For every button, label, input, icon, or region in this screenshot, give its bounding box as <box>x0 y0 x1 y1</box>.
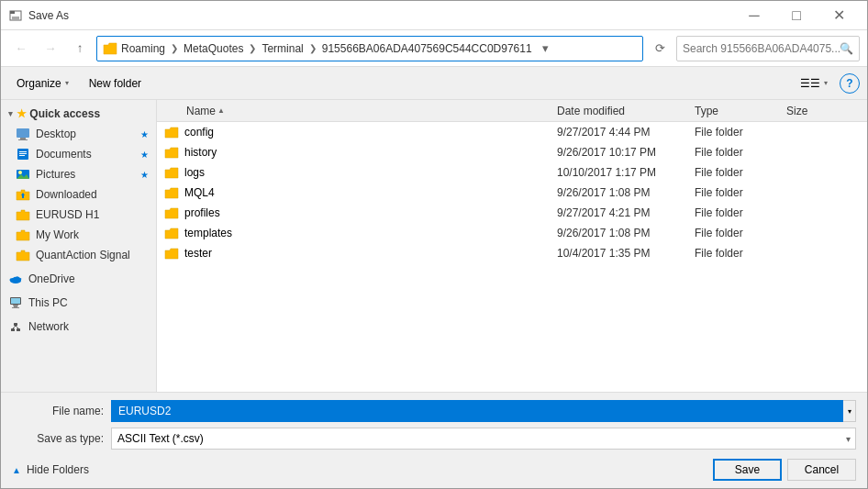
minimize-button[interactable]: ─ <box>733 1 775 30</box>
pictures-label: Pictures <box>36 168 139 181</box>
forward-button[interactable]: → <box>38 36 63 61</box>
path-segment-terminal: Terminal <box>262 42 303 55</box>
folder-icon <box>164 247 179 260</box>
help-label: ? <box>846 77 852 90</box>
file-date: 10/10/2017 1:17 PM <box>557 166 695 179</box>
path-folder-icon <box>103 42 117 55</box>
path-arrow-3: ❯ <box>309 43 317 53</box>
refresh-button[interactable]: ⟳ <box>647 36 673 61</box>
filename-dropdown[interactable]: ▾ <box>843 400 856 422</box>
new-folder-button[interactable]: New folder <box>81 71 150 96</box>
address-path[interactable]: Roaming ❯ MetaQuotes ❯ Terminal ❯ 915566… <box>96 36 643 61</box>
table-row[interactable]: history 9/26/2017 10:17 PM File folder <box>157 142 867 162</box>
filename-label: File name: <box>12 405 104 417</box>
quick-access-label: Quick access <box>29 107 100 120</box>
sidebar-item-onedrive[interactable]: OneDrive <box>1 269 156 289</box>
svg-line-24 <box>13 326 16 328</box>
table-row[interactable]: logs 10/10/2017 1:17 PM File folder <box>157 162 867 183</box>
sidebar-item-desktop[interactable]: Desktop ★ <box>1 124 156 144</box>
file-name-text: tester <box>184 247 212 260</box>
downloaded-icon <box>16 187 30 202</box>
path-dropdown-button[interactable]: ▾ <box>540 39 552 59</box>
close-button[interactable]: ✕ <box>818 1 860 30</box>
forward-icon: → <box>44 41 56 55</box>
folder-icon <box>164 126 179 139</box>
documents-label: Documents <box>36 148 139 161</box>
file-name-text: logs <box>184 166 205 179</box>
file-list: Name ▲ Date modified Type Size <box>157 100 867 392</box>
thispc-label: This PC <box>28 296 149 309</box>
table-row[interactable]: MQL4 9/26/2017 1:08 PM File folder <box>157 183 867 203</box>
quantaction-icon <box>16 248 30 262</box>
search-box[interactable]: 🔍 <box>676 36 860 61</box>
network-label: Network <box>28 320 149 333</box>
folder-icon <box>164 186 179 199</box>
sidebar-item-pictures[interactable]: Pictures ★ <box>1 164 156 184</box>
save-as-dialog: Save As ─ □ ✕ ← → ↑ Roaming ❯ MetaQuotes… <box>0 0 868 489</box>
up-button[interactable]: ↑ <box>67 36 93 61</box>
path-segment-id: 915566BA06ADA407569C544CC0D97611 <box>322 42 532 55</box>
quick-access-header[interactable]: ▾ ★ Quick access <box>1 104 156 124</box>
file-type: File folder <box>695 166 786 179</box>
savetype-select[interactable]: ASCII Text (*.csv) CSV (*.csv) Text (*.t… <box>111 428 856 450</box>
cancel-button[interactable]: Cancel <box>787 459 856 481</box>
content-area: ▾ ★ Quick access Desktop ★ <box>1 100 867 392</box>
hide-folders-label: Hide Folders <box>27 463 89 476</box>
title-bar: Save As ─ □ ✕ <box>1 1 867 30</box>
file-date: 10/4/2017 1:35 PM <box>557 247 695 260</box>
sort-arrow: ▲ <box>217 106 225 115</box>
column-header-size[interactable]: Size <box>786 105 860 117</box>
help-button[interactable]: ? <box>840 73 860 94</box>
path-arrow-1: ❯ <box>171 43 178 53</box>
quick-access-arrow: ▾ <box>8 109 13 118</box>
column-header-type[interactable]: Type <box>695 105 786 117</box>
table-row[interactable]: templates 9/26/2017 1:08 PM File folder <box>157 223 867 243</box>
network-section: Network <box>1 317 156 337</box>
window-title: Save As <box>28 9 733 22</box>
svg-rect-3 <box>17 128 29 138</box>
svg-rect-5 <box>18 139 28 140</box>
filename-row: File name: ▾ <box>12 400 856 422</box>
view-button[interactable]: ☰☰ ▾ <box>792 71 836 96</box>
quantaction-label: QuantAction Signal <box>36 249 149 261</box>
table-row[interactable]: profiles 9/27/2017 4:21 PM File folder <box>157 203 867 223</box>
sidebar-item-quantaction[interactable]: QuantAction Signal <box>1 245 156 265</box>
filename-input[interactable] <box>111 400 843 422</box>
sidebar: ▾ ★ Quick access Desktop ★ <box>1 100 157 392</box>
search-input[interactable] <box>683 42 840 55</box>
savetype-row: Save as type: ASCII Text (*.csv) CSV (*.… <box>12 428 856 450</box>
svg-rect-8 <box>19 153 27 154</box>
table-row[interactable]: config 9/27/2017 4:44 PM File folder <box>157 122 867 142</box>
file-type: File folder <box>695 186 786 199</box>
organize-label: Organize <box>17 77 61 90</box>
svg-rect-18 <box>11 298 20 304</box>
file-date: 9/27/2017 4:44 PM <box>557 126 695 139</box>
column-header-date[interactable]: Date modified <box>557 105 695 117</box>
hide-folders-arrow-icon: ▲ <box>12 465 21 475</box>
table-row[interactable]: tester 10/4/2017 1:35 PM File folder <box>157 243 867 263</box>
bottom-bar: File name: ▾ Save as type: ASCII Text (*… <box>1 392 867 488</box>
file-date: 9/27/2017 4:21 PM <box>557 206 695 219</box>
up-icon: ↑ <box>77 41 83 55</box>
folder-icon <box>164 206 179 219</box>
sidebar-item-documents[interactable]: Documents ★ <box>1 144 156 164</box>
organize-button[interactable]: Organize ▾ <box>8 71 77 96</box>
back-button[interactable]: ← <box>8 36 34 61</box>
hide-folders-row[interactable]: ▲ Hide Folders <box>12 460 89 476</box>
file-list-header: Name ▲ Date modified Type Size <box>157 100 867 122</box>
column-header-name[interactable]: Name ▲ <box>186 105 557 117</box>
sidebar-item-mywork[interactable]: My Work <box>1 225 156 245</box>
maximize-button[interactable]: □ <box>775 1 818 30</box>
save-button[interactable]: Save <box>713 459 782 481</box>
sidebar-item-downloaded[interactable]: Downloaded <box>1 184 156 205</box>
folder-icon <box>164 146 179 159</box>
svg-rect-21 <box>11 328 15 331</box>
sidebar-item-network[interactable]: Network <box>1 317 156 337</box>
view-arrow: ▾ <box>824 79 828 87</box>
onedrive-label: OneDrive <box>28 272 149 285</box>
path-arrow-2: ❯ <box>249 43 256 53</box>
sidebar-item-eurusd[interactable]: EURUSD H1 <box>1 205 156 225</box>
sidebar-item-thispc[interactable]: This PC <box>1 293 156 313</box>
desktop-icon <box>16 127 30 141</box>
svg-marker-19 <box>13 305 18 307</box>
